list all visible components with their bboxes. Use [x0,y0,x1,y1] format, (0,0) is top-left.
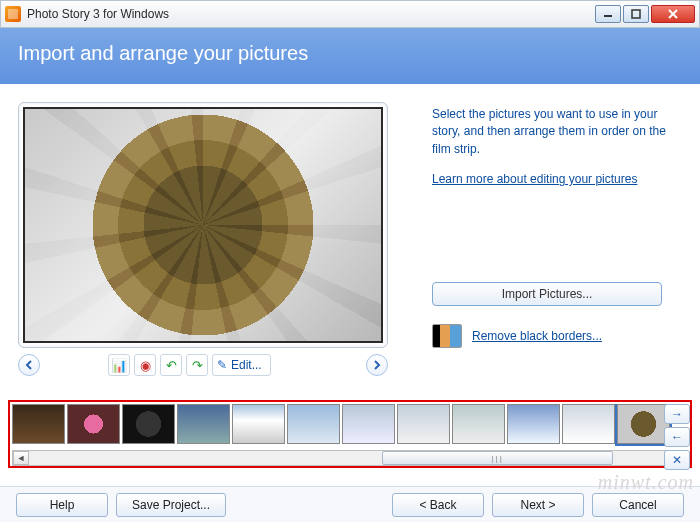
chevron-right-icon [373,360,381,370]
filmstrip-thumb[interactable] [177,404,230,444]
instruction-text: Select the pictures you want to use in y… [432,106,682,158]
minimize-button[interactable] [595,5,621,23]
rotate-right-icon: ↷ [192,358,203,373]
filmstrip [12,404,688,450]
next-button[interactable]: Next > [492,493,584,517]
filmstrip-thumb[interactable] [67,404,120,444]
rotate-right-button[interactable]: ↷ [186,354,208,376]
rotate-left-icon: ↶ [166,358,177,373]
filmstrip-scrollbar[interactable]: ◄ ||| ► [12,450,688,466]
save-project-button[interactable]: Save Project... [116,493,226,517]
prev-image-button[interactable] [18,354,40,376]
help-button[interactable]: Help [16,493,108,517]
red-eye-button[interactable]: ◉ [134,354,156,376]
scroll-left-button[interactable]: ◄ [13,451,29,465]
delete-thumb-button[interactable]: ✕ [664,450,690,470]
back-button[interactable]: < Back [392,493,484,517]
preview-toolbar: 📊 ◉ ↶ ↷ ✎ Edit... [18,354,388,376]
title-bar: Photo Story 3 for Windows [0,0,700,28]
color-levels-icon: 📊 [111,358,127,373]
move-right-button[interactable]: → [664,404,690,424]
red-eye-icon: ◉ [140,358,151,373]
filmstrip-thumb[interactable] [617,404,670,444]
filmstrip-thumb[interactable] [397,404,450,444]
filmstrip-thumb[interactable] [232,404,285,444]
scroll-thumb[interactable]: ||| [382,451,613,465]
wizard-footer: Help Save Project... < Back Next > Cance… [0,486,700,522]
pencil-icon: ✎ [217,358,227,372]
window-title: Photo Story 3 for Windows [27,7,169,21]
scroll-track[interactable]: ||| [29,451,671,465]
filmstrip-thumb[interactable] [287,404,340,444]
preview-frame [18,102,388,348]
move-left-button[interactable]: ← [664,427,690,447]
wizard-header: Import and arrange your pictures [0,28,700,84]
edit-button[interactable]: ✎ Edit... [212,354,271,376]
filmstrip-thumb[interactable] [12,404,65,444]
preview-image [23,107,383,343]
remove-black-borders-link[interactable]: Remove black borders... [472,329,602,343]
chevron-left-icon [25,360,33,370]
x-icon: ✕ [672,453,682,467]
page-title: Import and arrange your pictures [18,42,682,65]
app-icon [5,6,21,22]
filmstrip-thumb[interactable] [507,404,560,444]
correct-color-button[interactable]: 📊 [108,354,130,376]
filmstrip-highlight: ◄ ||| ► [8,400,692,468]
close-button[interactable] [651,5,695,23]
filmstrip-thumb[interactable] [562,404,615,444]
rotate-left-button[interactable]: ↶ [160,354,182,376]
learn-more-link[interactable]: Learn more about editing your pictures [432,172,637,186]
edit-button-label: Edit... [231,358,262,372]
arrow-left-icon: ← [671,430,683,444]
next-image-button[interactable] [366,354,388,376]
filmstrip-thumb[interactable] [342,404,395,444]
arrow-right-icon: → [671,407,683,421]
svg-rect-1 [632,10,640,18]
black-border-icon [432,324,462,348]
maximize-button[interactable] [623,5,649,23]
import-pictures-button[interactable]: Import Pictures... [432,282,662,306]
filmstrip-thumb[interactable] [122,404,175,444]
cancel-button[interactable]: Cancel [592,493,684,517]
filmstrip-thumb[interactable] [452,404,505,444]
